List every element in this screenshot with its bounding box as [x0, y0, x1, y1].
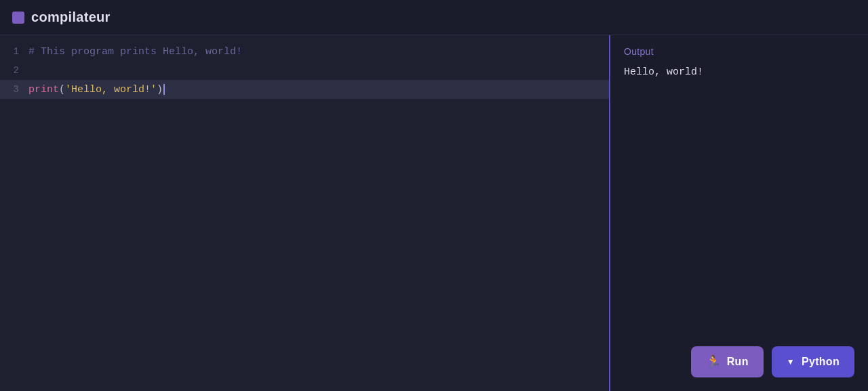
logo-text: compilateur: [31, 9, 111, 25]
output-panel: Output Hello, world! 🏃 Run ▼ Python: [610, 35, 868, 391]
logo-icon: [12, 12, 24, 24]
line-number-3: 3: [0, 84, 28, 95]
string-value: 'Hello, world!': [65, 84, 157, 96]
python-button[interactable]: ▼ Python: [772, 346, 854, 377]
bottom-bar: 🏃 Run ▼ Python: [691, 346, 854, 377]
close-paren: ): [157, 84, 163, 96]
code-line-2[interactable]: 2: [0, 61, 609, 80]
line-content-1: # This program prints Hello, world!: [28, 46, 242, 58]
line-number-1: 1: [0, 46, 28, 57]
output-label: Output: [624, 46, 854, 57]
run-label: Run: [727, 356, 749, 368]
code-line-1[interactable]: 1 # This program prints Hello, world!: [0, 42, 609, 61]
code-area[interactable]: 1 # This program prints Hello, world! 2 …: [0, 35, 609, 106]
header: compilateur: [0, 0, 868, 35]
text-cursor: [163, 84, 165, 95]
keyword-print: print: [28, 84, 59, 96]
open-paren: (: [59, 84, 65, 96]
python-label: Python: [802, 356, 840, 368]
line-number-2: 2: [0, 65, 28, 76]
dropdown-arrow-icon: ▼: [787, 357, 795, 367]
main-layout: 1 # This program prints Hello, world! 2 …: [0, 35, 868, 391]
code-line-3[interactable]: 3 print('Hello, world!'): [0, 80, 609, 99]
output-text: Hello, world!: [624, 66, 854, 78]
run-icon: 🏃: [706, 354, 721, 369]
run-button[interactable]: 🏃 Run: [691, 346, 763, 377]
line-content-3: print('Hello, world!'): [28, 84, 165, 96]
editor-panel[interactable]: 1 # This program prints Hello, world! 2 …: [0, 35, 610, 391]
